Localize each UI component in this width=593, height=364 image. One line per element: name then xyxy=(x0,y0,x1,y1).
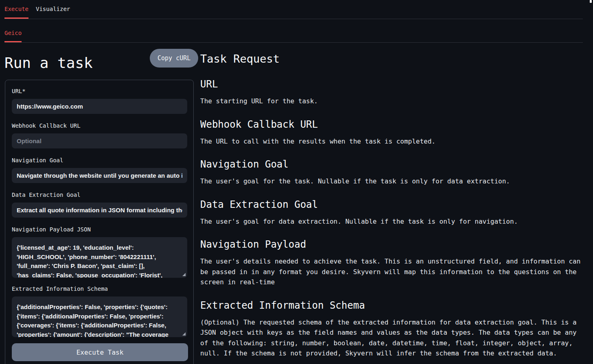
url-input[interactable] xyxy=(12,99,187,114)
navigation-payload-textarea[interactable]: {'licensed_at_age': 19, 'education_level… xyxy=(12,237,187,278)
navigation-payload-label: Navigation Payload JSON xyxy=(12,227,187,233)
docs-section-extracted-schema: Extracted Information Schema (Optional) … xyxy=(200,299,584,359)
navigation-payload-field-row: Navigation Payload JSON {'licensed_at_ag… xyxy=(12,227,187,278)
webhook-field-row: Webhook Callback URL xyxy=(12,123,187,148)
docs-section-heading: Webhook Callback URL xyxy=(200,118,584,131)
docs-section-body: The starting URL for the task. xyxy=(200,96,584,107)
tab-geico[interactable]: Geico xyxy=(4,30,22,42)
url-field-row: URL* xyxy=(12,88,187,114)
docs-section-heading: Navigation Payload xyxy=(200,238,584,251)
docs-section-heading: Navigation Goal xyxy=(200,157,584,171)
execute-task-button[interactable]: Execute Task xyxy=(12,343,188,361)
url-label: URL* xyxy=(12,88,187,94)
docs-section-body: The URL to call with the results when th… xyxy=(200,136,584,147)
extracted-schema-label: Extracted Information Schema xyxy=(12,286,187,292)
data-extraction-goal-input[interactable] xyxy=(12,203,187,218)
navigation-goal-field-row: Navigation Goal xyxy=(12,157,187,183)
data-extraction-goal-label: Data Extraction Goal xyxy=(12,192,187,198)
webhook-input[interactable] xyxy=(12,133,187,148)
docs-title: Task Request xyxy=(200,52,584,66)
docs-section-body: The user's details needed to achieve the… xyxy=(200,256,584,288)
docs-section-url: URL The starting URL for the task. xyxy=(200,77,584,107)
task-form-card: URL* Webhook Callback URL Navigation Goa… xyxy=(5,80,194,364)
docs-section-body: (Optional) The requested schema of the e… xyxy=(200,317,584,359)
task-request-docs: Task Request URL The starting URL for th… xyxy=(200,0,584,359)
resize-handle-icon[interactable] xyxy=(182,332,186,336)
docs-section-heading: Data Extraction Goal xyxy=(200,198,584,211)
data-extraction-goal-field-row: Data Extraction Goal xyxy=(12,192,187,218)
docs-section-navigation-goal: Navigation Goal The user's goal for the … xyxy=(200,157,584,187)
docs-section-heading: URL xyxy=(200,77,584,91)
docs-section-navigation-payload: Navigation Payload The user's details ne… xyxy=(200,238,584,288)
navigation-goal-label: Navigation Goal xyxy=(12,157,187,163)
app-window: Execute Visualizer Geico Run a task Copy… xyxy=(0,0,593,364)
docs-section-body: The user's goal for data extraction. Nul… xyxy=(200,216,584,227)
extracted-schema-field-row: Extracted Information Schema {'additiona… xyxy=(12,286,187,337)
tab-visualizer[interactable]: Visualizer xyxy=(36,6,70,19)
docs-section-webhook: Webhook Callback URL The URL to call wit… xyxy=(200,118,584,147)
docs-section-data-extraction-goal: Data Extraction Goal The user's goal for… xyxy=(200,198,584,227)
webhook-label: Webhook Callback URL xyxy=(12,123,187,129)
page-title: Run a task xyxy=(4,54,93,72)
resize-handle-icon[interactable] xyxy=(182,273,186,276)
docs-section-heading: Extracted Information Schema xyxy=(200,299,584,312)
extracted-schema-textarea[interactable]: {'additionalProperties': False, 'propert… xyxy=(12,296,187,337)
tab-execute[interactable]: Execute xyxy=(4,6,28,19)
docs-section-body: The user's goal for the task. Nullable i… xyxy=(200,176,584,187)
copy-curl-button[interactable]: Copy cURL xyxy=(150,49,198,68)
navigation-goal-input[interactable] xyxy=(12,168,187,183)
scrollbar-thumb[interactable] xyxy=(590,0,592,3)
